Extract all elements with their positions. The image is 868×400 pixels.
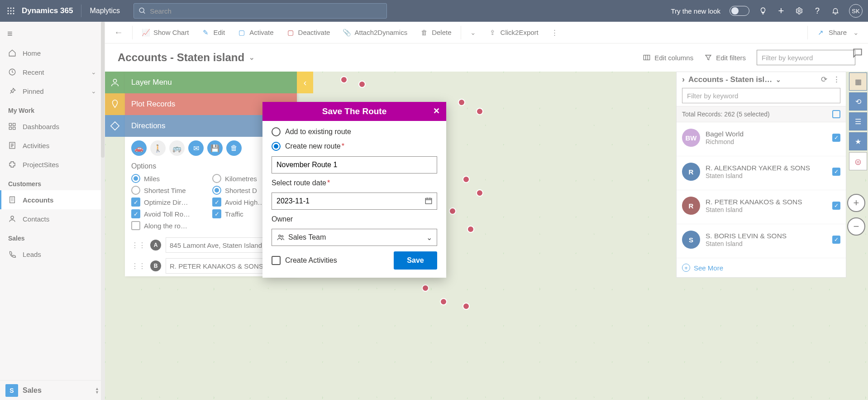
delete-route-icon[interactable]: 🗑	[226, 140, 242, 156]
owner-lookup[interactable]: Sales Team ⌄	[272, 229, 437, 246]
view-title[interactable]: Accounts - Staten island ⌄	[118, 51, 255, 64]
route-date-input[interactable]	[272, 193, 437, 210]
deactivate-button[interactable]: ▢Deactivate	[281, 24, 336, 41]
record-row[interactable]: R R. PETER KANAKOS & SONS Staten Island …	[677, 190, 846, 224]
plot-tab-icon[interactable]	[105, 93, 125, 115]
close-icon[interactable]: ✕	[431, 106, 442, 116]
opt-along-route[interactable]: ✓Along the ro…	[131, 221, 210, 230]
rail-target-icon[interactable]: ◎	[849, 152, 867, 170]
keyword-filter-input[interactable]	[757, 50, 855, 65]
opt-avoid-toll[interactable]: ✓Avoid Toll Ro…	[131, 209, 210, 218]
nav-pinned[interactable]: Pinned ⌄	[0, 82, 105, 101]
top-bar: Dynamics 365 Maplytics Try the new look …	[0, 0, 868, 22]
bell-icon[interactable]	[831, 6, 840, 15]
nav-group-customers: Customers	[0, 174, 105, 190]
rail-star-icon[interactable]: ★	[849, 132, 867, 150]
area-picker[interactable]: S Sales ▲▼	[0, 380, 105, 400]
nav-dashboards[interactable]: Dashboards	[0, 117, 105, 136]
modal-header: Save The Route ✕	[262, 102, 446, 121]
activate-button[interactable]: ▢Activate	[232, 24, 279, 41]
map-style-icon[interactable]: ▦	[849, 72, 867, 91]
calendar-icon[interactable]	[424, 197, 433, 207]
app-name[interactable]: Maplytics	[90, 7, 120, 15]
edit-filters[interactable]: Edit filters	[704, 53, 746, 62]
app-launcher-icon[interactable]	[5, 5, 16, 16]
record-row[interactable]: BW Bagel World Richmond ✓	[677, 122, 846, 156]
chevron-down-icon[interactable]: ⌄	[776, 76, 781, 83]
directions-tab-icon[interactable]	[105, 115, 125, 137]
share-button[interactable]: ↗Share⌄	[811, 24, 864, 41]
car-icon[interactable]: 🚗	[131, 140, 147, 156]
user-avatar[interactable]: SK	[849, 4, 863, 18]
record-checkbox[interactable]: ✓	[832, 236, 840, 244]
chat-icon[interactable]	[852, 47, 863, 61]
walk-icon[interactable]: 🚶	[150, 140, 166, 156]
chevron-right-icon[interactable]: ›	[682, 75, 685, 84]
opt-shortest-time[interactable]: Shortest Time	[131, 186, 210, 195]
record-row[interactable]: S S. BORIS LEVIN & SONS Staten Island ✓	[677, 224, 846, 258]
mail-icon[interactable]: ✉	[188, 140, 204, 156]
nav-contacts[interactable]: Contacts	[0, 209, 105, 228]
record-checkbox[interactable]: ✓	[832, 168, 840, 176]
delete-button[interactable]: 🗑Delete	[415, 24, 457, 41]
refresh-icon[interactable]: ⟳	[821, 75, 827, 84]
attach-button[interactable]: 📎Attach2Dynamics	[337, 24, 413, 41]
updown-icon: ▲▼	[95, 387, 99, 394]
create-activities-checkbox[interactable]: Create Activities	[272, 256, 337, 265]
transit-icon[interactable]: 🚌	[169, 140, 185, 156]
radio-create-new[interactable]: Create new route*	[272, 142, 437, 151]
rail-directions-icon[interactable]: ⟲	[849, 92, 867, 111]
see-more[interactable]: + See More	[677, 258, 846, 277]
selectall-checkbox[interactable]	[832, 110, 840, 118]
edit-columns[interactable]: Edit columns	[643, 53, 693, 62]
record-checkbox[interactable]: ✓	[832, 202, 840, 210]
modal-title: Save The Route	[322, 106, 387, 116]
trynew-toggle[interactable]	[730, 6, 749, 16]
nav-recent[interactable]: Recent ⌄	[0, 63, 105, 82]
nav-accounts[interactable]: Accounts	[0, 190, 105, 209]
records-filter-input[interactable]	[682, 88, 840, 103]
global-search[interactable]	[134, 3, 387, 19]
nav-projectsites[interactable]: ProjectSites	[0, 155, 105, 174]
radio-add-existing[interactable]: Add to existing route	[272, 127, 437, 136]
back-button[interactable]: ←	[109, 24, 129, 41]
overflow-button[interactable]: ⋮	[546, 24, 563, 41]
opt-miles[interactable]: Miles	[131, 174, 210, 183]
record-checkbox[interactable]: ✓	[832, 134, 840, 142]
brand-label: Dynamics 365	[22, 6, 73, 15]
record-row[interactable]: R R. ALEKSANDR YAKER & SONS Staten Islan…	[677, 156, 846, 190]
nav-activities[interactable]: Activities	[0, 136, 105, 155]
showchart-button[interactable]: 📈Show Chart	[136, 24, 194, 41]
layer-tab-icon[interactable]	[105, 72, 125, 93]
nav-scrollbar[interactable]	[101, 22, 105, 400]
edit-button[interactable]: ✎Edit	[196, 24, 230, 41]
chevron-down-icon: ⌄	[91, 68, 96, 76]
zoom-out-button[interactable]: −	[847, 217, 865, 236]
save-button[interactable]: Save	[394, 251, 437, 270]
nav-home[interactable]: Home	[0, 43, 105, 63]
click2export-button[interactable]: ⇪Click2Export	[483, 24, 544, 41]
svg-point-5	[13, 10, 14, 12]
lightbulb-icon[interactable]	[758, 6, 768, 15]
drag-icon[interactable]: ⋮⋮	[131, 262, 146, 270]
hamburger-icon[interactable]: ≡	[0, 24, 105, 43]
opt-optimize[interactable]: ✓Optimize Dir…	[131, 198, 210, 207]
help-icon[interactable]: ?	[813, 6, 822, 15]
rail-list-icon[interactable]: ☰	[849, 112, 867, 130]
save-icon[interactable]: 💾	[207, 140, 223, 156]
global-search-input[interactable]	[150, 7, 382, 15]
collapse-panel-button[interactable]: ‹	[297, 72, 313, 93]
route-name-input[interactable]	[272, 156, 437, 173]
plus-icon[interactable]: +	[777, 6, 786, 15]
more-icon[interactable]: ⋮	[833, 75, 840, 84]
layer-menu-header[interactable]: Layer Menu	[125, 72, 297, 93]
gear-icon[interactable]	[795, 6, 804, 15]
records-title[interactable]: Accounts - Staten isl…	[688, 75, 772, 84]
zoom-in-button[interactable]: +	[847, 194, 865, 212]
nav-leads[interactable]: Leads	[0, 245, 105, 264]
left-nav: ≡ Home Recent ⌄ Pinned ⌄ My Work Dashboa…	[0, 22, 105, 400]
stop-b-text[interactable]: R. PETER KANAKOS & SONS: 3	[166, 258, 277, 274]
nav-pinned-label: Pinned	[23, 87, 44, 95]
delete-split-chevron[interactable]: ⌄	[465, 24, 482, 41]
drag-icon[interactable]: ⋮⋮	[131, 241, 146, 250]
